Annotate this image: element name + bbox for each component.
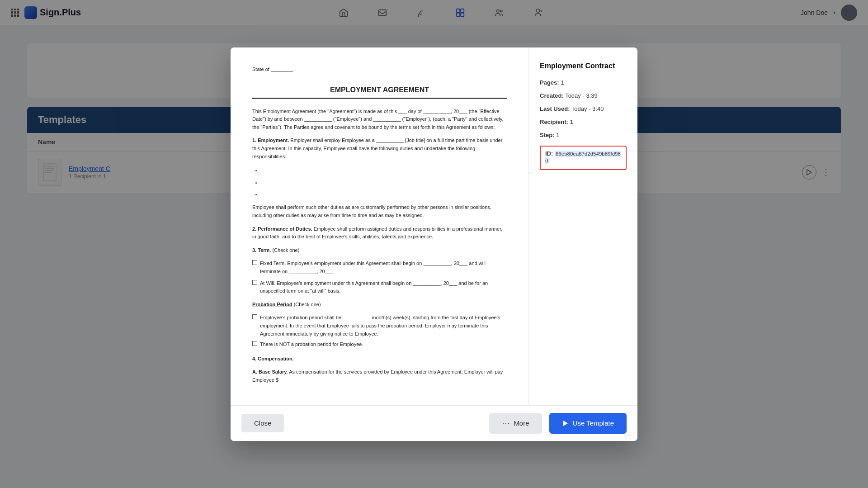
section3-title: 3. Term. xyxy=(252,247,271,253)
probation-check: (Check one) xyxy=(294,302,321,307)
at-will-line: At Will. Employee's employment under thi… xyxy=(252,280,507,295)
at-will-text: At Will. Employee's employment under thi… xyxy=(260,280,507,295)
id-label: ID: 66eb80ea67d2d549b89fd98d xyxy=(545,150,621,164)
section4-sub: A. Base Salary. xyxy=(252,369,288,374)
more-button[interactable]: ⋯ More xyxy=(489,413,542,434)
no-probation-text: There is NOT a probation period for Empl… xyxy=(260,341,363,349)
use-template-label: Use Template xyxy=(573,419,614,427)
more-dots-icon: ⋯ xyxy=(502,418,510,428)
close-button[interactable]: Close xyxy=(241,414,284,432)
probation-title: Probation Period xyxy=(252,302,292,307)
last-used-value: Today - 3:40 xyxy=(571,105,604,112)
probation-line: Employee's probation period shall be ___… xyxy=(252,314,507,338)
pages-value: 1 xyxy=(561,79,564,86)
created-label: Created: xyxy=(540,92,564,99)
section4-text: As compensation for the services provide… xyxy=(252,369,503,383)
section3-header: 3. Term. (Check one) xyxy=(252,246,507,255)
step-value: 1 xyxy=(556,132,559,138)
fixed-term-line: Fixed Term. Employee's employment under … xyxy=(252,260,507,275)
probation-checkbox[interactable] xyxy=(252,314,257,319)
id-value[interactable]: 66eb80ea67d2d549b89fd98d xyxy=(545,151,621,164)
section1-list xyxy=(261,166,507,198)
step-label: Step: xyxy=(540,132,555,138)
pages-label: Pages: xyxy=(540,79,559,86)
no-probation-line: There is NOT a probation period for Empl… xyxy=(252,341,507,349)
modal-body: State of ________ EMPLOYMENT AGREEMENT T… xyxy=(231,47,637,405)
step-row: Step: 1 xyxy=(540,132,627,138)
section2: 2. Performance of Duties. Employee shall… xyxy=(252,225,507,241)
section1-extra: Employee shall perform such other duties… xyxy=(252,204,507,219)
at-will-checkbox[interactable] xyxy=(252,280,257,285)
probation-header: Probation Period (Check one) xyxy=(252,301,507,309)
footer-right-actions: ⋯ More Use Template xyxy=(489,413,627,434)
recipient-row: Recipient: 1 xyxy=(540,118,627,125)
document-preview: State of ________ EMPLOYMENT AGREEMENT T… xyxy=(231,47,529,405)
paragraph1: This Employment Agreement (the "Agreemen… xyxy=(252,108,507,132)
svg-marker-14 xyxy=(563,421,568,426)
section4-base: A. Base Salary. As compensation for the … xyxy=(252,368,507,384)
probation-text: Employee's probation period shall be ___… xyxy=(260,314,507,338)
section2-title: 2. Performance of Duties. xyxy=(252,226,312,232)
section1-text: Employer shall employ Employee as a ____… xyxy=(252,137,502,159)
modal-sidebar: Employment Contract Pages: 1 Created: To… xyxy=(529,47,637,405)
doc-title: EMPLOYMENT AGREEMENT xyxy=(252,84,507,99)
modal-footer: Close ⋯ More Use Template xyxy=(231,405,637,441)
no-probation-checkbox[interactable] xyxy=(252,341,257,346)
template-modal: State of ________ EMPLOYMENT AGREEMENT T… xyxy=(231,47,637,441)
created-value: Today - 3:39 xyxy=(565,92,598,99)
recipient-label: Recipient: xyxy=(540,118,568,125)
modal-overlay: State of ________ EMPLOYMENT AGREEMENT T… xyxy=(0,0,868,488)
id-box: ID: 66eb80ea67d2d549b89fd98d xyxy=(540,146,627,170)
section4-title: 4. Compensation. xyxy=(252,355,507,363)
section3-check: (Check one) xyxy=(272,247,299,253)
fixed-term-checkbox[interactable] xyxy=(252,260,257,265)
section1-title: 1. Employment. xyxy=(252,137,289,143)
more-label: More xyxy=(514,419,529,427)
use-template-icon xyxy=(562,420,569,427)
last-used-row: Last Used: Today - 3:40 xyxy=(540,105,627,112)
pages-row: Pages: 1 xyxy=(540,79,627,86)
section1: 1. Employment. Employer shall employ Emp… xyxy=(252,137,507,161)
state-line: State of ________ xyxy=(252,66,507,74)
fixed-term-text: Fixed Term. Employee's employment under … xyxy=(260,260,507,275)
use-template-button[interactable]: Use Template xyxy=(549,413,627,434)
created-row: Created: Today - 3:39 xyxy=(540,92,627,99)
last-used-label: Last Used: xyxy=(540,105,570,112)
recipient-value: 1 xyxy=(570,118,573,125)
sidebar-title: Employment Contract xyxy=(540,62,627,70)
